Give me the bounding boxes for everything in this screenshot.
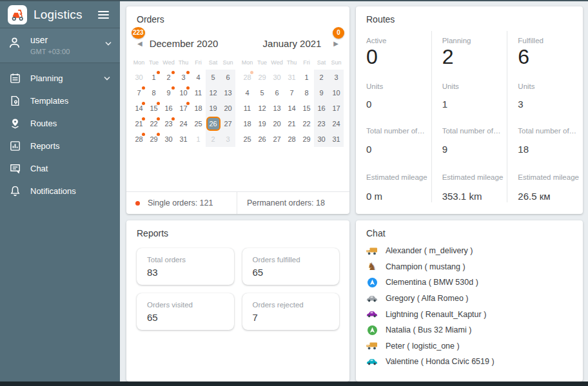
- calendar-day[interactable]: 23: [314, 116, 329, 131]
- calendar-day[interactable]: 28: [284, 131, 299, 147]
- sidebar-item-planning[interactable]: Planning: [0, 67, 120, 90]
- calendar-day[interactable]: 12: [206, 85, 220, 101]
- hamburger-menu-icon[interactable]: [97, 9, 110, 21]
- calendar-day[interactable]: 15: [299, 101, 314, 116]
- calendar-day[interactable]: 2: [314, 70, 329, 85]
- order-dot-icon: [142, 102, 145, 105]
- user-icon: [8, 35, 22, 55]
- calendar-day[interactable]: 9: [161, 85, 176, 101]
- calendar-day[interactable]: 1: [146, 70, 161, 85]
- calendar-day[interactable]: 28: [132, 131, 146, 147]
- chat-contact[interactable]: ♞Champion ( mustang ): [366, 259, 573, 275]
- sidebar-item-templates[interactable]: Templates: [0, 90, 120, 112]
- calendar-day[interactable]: 31: [176, 131, 191, 147]
- calendar-day[interactable]: 8: [146, 85, 161, 101]
- template-icon: [8, 95, 22, 107]
- prev-month-arrow[interactable]: ◀: [137, 41, 142, 47]
- calendar-day[interactable]: 30: [132, 70, 146, 85]
- next-month-arrow[interactable]: ▶: [333, 41, 338, 47]
- calendar-day[interactable]: 28: [240, 70, 255, 85]
- calendar-day[interactable]: 17: [329, 101, 344, 116]
- user-name: user: [30, 35, 104, 45]
- calendar-day[interactable]: 15: [146, 101, 161, 116]
- calendar-day[interactable]: 22: [299, 116, 314, 131]
- chat-contact[interactable]: Natalia ( Bus 32 Miami ): [366, 322, 573, 338]
- calendar-day[interactable]: 30: [270, 70, 284, 85]
- calendar-day[interactable]: 22: [146, 116, 161, 131]
- calendar-day[interactable]: 3: [220, 131, 235, 147]
- calendar-day[interactable]: 13: [220, 85, 235, 101]
- calendar-day[interactable]: 23: [161, 116, 176, 131]
- calendar-day[interactable]: 31: [284, 70, 299, 85]
- scooter-icon: [10, 8, 24, 22]
- calendar-day[interactable]: 30: [314, 131, 329, 147]
- calendar-day[interactable]: 24: [176, 116, 191, 131]
- report-stat-label: Orders rejected: [253, 301, 329, 309]
- calendar-day-selected[interactable]: 26: [206, 116, 220, 131]
- route-status-label: Fulfilled: [518, 37, 583, 44]
- calendar-day[interactable]: 31: [329, 131, 344, 147]
- calendar-day[interactable]: 18: [191, 101, 206, 116]
- sidebar-item-notifications[interactable]: Notifications: [0, 180, 120, 202]
- chat-contact[interactable]: Gregory ( Alfa Romeo ): [366, 291, 573, 307]
- sidebar-item-reports[interactable]: Reports: [0, 135, 120, 157]
- chat-contact[interactable]: Valentine ( Honda Civic 6519 ): [366, 354, 573, 370]
- calendar-day[interactable]: 12: [255, 101, 270, 116]
- truck-icon: [366, 247, 378, 255]
- calendar-day[interactable]: 17: [176, 101, 191, 116]
- calendar-day[interactable]: 26: [255, 131, 270, 147]
- calendar-day[interactable]: 10: [329, 85, 344, 101]
- calendar-day[interactable]: 5: [206, 70, 220, 85]
- calendar-day[interactable]: 1: [191, 131, 206, 147]
- calendar-day[interactable]: 21: [284, 116, 299, 131]
- chat-contact[interactable]: Peter ( logistic_one ): [366, 338, 573, 354]
- window-bottom-edge: [0, 381, 588, 386]
- calendar-day[interactable]: 4: [240, 85, 255, 101]
- calendar-day[interactable]: 29: [255, 70, 270, 85]
- calendar-day[interactable]: 24: [329, 116, 344, 131]
- calendar-day[interactable]: 19: [206, 101, 220, 116]
- calendar-day[interactable]: 29: [146, 131, 161, 147]
- calendar-day[interactable]: 11: [191, 85, 206, 101]
- calendar-day[interactable]: 2: [161, 70, 176, 85]
- sidebar-item-routes[interactable]: Routes: [0, 112, 120, 135]
- chat-contact[interactable]: Alexander ( m_delivery ): [366, 243, 573, 259]
- calendar-day[interactable]: 29: [299, 131, 314, 147]
- calendar-day[interactable]: 9: [314, 85, 329, 101]
- calendar-day[interactable]: 14: [284, 101, 299, 116]
- report-stat-value: 65: [253, 267, 329, 278]
- calendar-day[interactable]: 13: [270, 101, 284, 116]
- calendar-day[interactable]: 19: [255, 116, 270, 131]
- calendar-day[interactable]: 1: [299, 70, 314, 85]
- calendar-day[interactable]: 16: [161, 101, 176, 116]
- calendar-day[interactable]: 27: [270, 131, 284, 147]
- calendar-day[interactable]: 14: [132, 101, 146, 116]
- calendar-day[interactable]: 18: [240, 116, 255, 131]
- calendar-day[interactable]: 6: [270, 85, 284, 101]
- calendar-day[interactable]: 5: [255, 85, 270, 101]
- calendar-day[interactable]: 25: [191, 116, 206, 131]
- calendar-day[interactable]: 25: [240, 131, 255, 147]
- calendar-day[interactable]: 20: [220, 101, 235, 116]
- calendar-day[interactable]: 2: [206, 131, 220, 147]
- calendar-day[interactable]: 27: [220, 116, 235, 131]
- calendar-day[interactable]: 10: [176, 85, 191, 101]
- calendar-day[interactable]: 8: [299, 85, 314, 101]
- calendar-day[interactable]: 30: [161, 131, 176, 147]
- calendar-day[interactable]: 11: [240, 101, 255, 116]
- calendar-day[interactable]: 21: [132, 116, 146, 131]
- user-menu[interactable]: user GMT +03:00: [0, 28, 120, 63]
- sidebar-item-chat[interactable]: Chat: [0, 157, 120, 180]
- calendar-day[interactable]: 3: [329, 70, 344, 85]
- calendar-day[interactable]: 4: [191, 70, 206, 85]
- calendar-day[interactable]: 7: [132, 85, 146, 101]
- chat-contact[interactable]: Clementina ( BMW 530d ): [366, 275, 573, 291]
- order-dot-icon: [172, 117, 175, 121]
- calendar-day[interactable]: 3: [176, 70, 191, 85]
- calendar-day[interactable]: 6: [220, 70, 235, 85]
- calendar-day[interactable]: 20: [270, 116, 284, 131]
- route-count: 6: [518, 45, 583, 69]
- calendar-day[interactable]: 7: [284, 85, 299, 101]
- calendar-day[interactable]: 16: [314, 101, 329, 116]
- chat-contact[interactable]: Lightning ( Renault_Kaptur ): [366, 306, 573, 322]
